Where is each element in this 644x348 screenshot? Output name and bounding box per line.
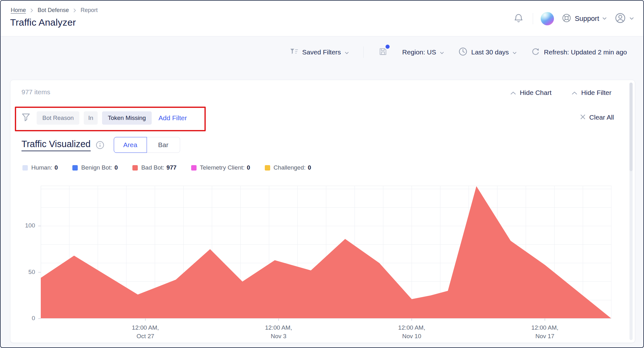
clear-all-label: Clear All [589,114,614,121]
traffic-area-chart[interactable]: 05010012:00 AM,Oct 2712:00 AM,Nov 312:00… [10,186,635,338]
items-count: 977 items [21,88,50,96]
breadcrumb-report: Report [81,7,98,14]
saved-filters-label: Saved Filters [302,48,341,56]
refresh-label: Refresh: Updated 2 min ago [544,48,627,56]
chevron-down-icon [602,16,607,21]
legend-label: Benign Bot: [81,164,112,171]
clock-icon [459,47,467,58]
bell-icon [513,13,524,24]
save-filter-button[interactable] [378,47,388,58]
info-icon[interactable] [96,141,104,149]
breadcrumb: Home Bot Defense Report [11,7,98,14]
legend-swatch [72,165,78,171]
collapse-controls: Hide Chart Hide Filter [510,89,611,96]
hide-chart-label: Hide Chart [520,89,551,96]
breadcrumb-bot-defense[interactable]: Bot Defense [38,7,69,14]
chart-legend: Human: 0 Benign Bot: 0 Bad Bot: 977 Tele… [22,164,311,171]
toggle-bar-button[interactable]: Bar [147,137,180,153]
chevron-up-icon [510,89,516,96]
legend-value: 0 [247,164,250,171]
legend-item-bad-bot[interactable]: Bad Bot: 977 [132,164,177,171]
user-icon [614,12,626,25]
saved-filters-dropdown[interactable]: Saved Filters [290,48,349,56]
breadcrumb-separator-icon [73,8,76,13]
legend-label: Bad Bot: [141,164,164,171]
filter-operator-chip[interactable]: In [84,111,98,125]
filter-bar: Bot Reason In Token Missing Add Filter [21,111,187,125]
region-label: Region: US [402,48,436,56]
funnel-icon [21,113,30,123]
refresh-icon [531,47,540,58]
legend-label: Challenged: [274,164,306,171]
lifering-icon [562,13,572,24]
chevron-down-icon [513,48,517,56]
chevron-down-icon [345,48,349,56]
clear-all-button[interactable]: Clear All [580,114,614,121]
breadcrumb-home[interactable]: Home [11,7,26,14]
hide-filter-label: Hide Filter [581,89,611,96]
ai-assistant-orb-icon[interactable] [541,12,554,25]
toolbar: Saved Filters Region: US Last 30 days Re… [1,36,643,68]
chevron-down-icon [629,16,634,21]
filter-list-icon [290,48,298,56]
header-actions: Support [512,1,634,36]
x-axis-label: 12:00 AM,Nov 17 [513,324,576,340]
toolbar-divider [363,47,364,58]
area-chart-svg [37,186,611,322]
section-title[interactable]: Traffic Visualized [21,139,91,151]
legend-label: Telemetry Client: [200,164,245,171]
y-axis-label: 50 [14,269,35,276]
support-label: Support [575,15,599,23]
legend-value: 0 [308,164,311,171]
chevron-up-icon [572,89,577,96]
toggle-area-button[interactable]: Area [114,137,147,153]
hide-filter-button[interactable]: Hide Filter [572,89,611,96]
hide-chart-button[interactable]: Hide Chart [510,89,551,96]
legend-value: 0 [55,164,58,171]
time-range-dropdown[interactable]: Last 30 days [459,47,517,58]
time-range-label: Last 30 days [471,48,509,56]
y-axis-label: 0 [14,315,35,322]
legend-swatch [191,165,197,171]
user-menu[interactable] [614,12,634,25]
y-axis-label: 100 [14,222,35,229]
header-divider [533,13,533,24]
report-panel: 977 items Hide Chart Hide Filter Bot Rea… [10,80,635,343]
legend-item-benign-bot[interactable]: Benign Bot: 0 [72,164,118,171]
unsaved-changes-dot [386,45,390,49]
support-menu[interactable]: Support [562,13,607,24]
header: Home Bot Defense Report Traffic Analyzer… [1,1,643,36]
add-filter-button[interactable]: Add Filter [159,114,187,122]
chart-type-toggle: Area Bar [114,137,180,153]
x-axis-label: 12:00 AM,Nov 10 [380,324,443,340]
legend-item-telemetry-client[interactable]: Telemetry Client: 0 [191,164,250,171]
legend-swatch [132,165,138,171]
filter-field-chip[interactable]: Bot Reason [37,111,79,125]
legend-swatch [22,165,28,171]
legend-label: Human: [31,164,52,171]
legend-swatch [265,165,270,171]
scrollbar-thumb[interactable] [629,83,633,171]
scrollbar-track[interactable] [629,83,633,340]
region-dropdown[interactable]: Region: US [402,48,444,56]
refresh-button[interactable]: Refresh: Updated 2 min ago [531,47,627,58]
x-axis-label: 12:00 AM,Oct 27 [114,324,177,340]
chart-section-header: Traffic Visualized Area Bar [21,137,180,153]
legend-value: 0 [114,164,118,171]
filter-value-chip[interactable]: Token Missing [102,111,151,125]
legend-value: 977 [167,164,177,171]
legend-item-challenged[interactable]: Challenged: 0 [265,164,311,171]
x-axis-label: 12:00 AM,Nov 3 [247,324,310,340]
chevron-down-icon [440,48,444,56]
breadcrumb-separator-icon [30,8,33,13]
close-icon [580,114,586,121]
legend-item-human[interactable]: Human: 0 [22,164,58,171]
app-window: Home Bot Defense Report Traffic Analyzer… [0,0,644,348]
page-title: Traffic Analyzer [10,17,76,28]
notifications-button[interactable] [512,11,525,26]
